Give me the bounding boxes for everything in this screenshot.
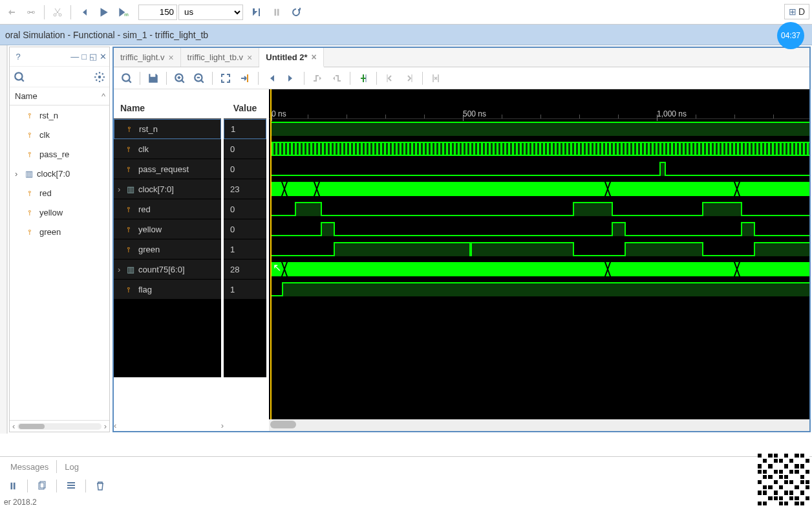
prev-marker-icon[interactable] (381, 69, 399, 87)
copy-icon[interactable] (33, 477, 51, 495)
step-button[interactable] (248, 3, 266, 21)
file-tabs: triffic_light.v× triffic_light_tb.v× Unt… (114, 48, 809, 67)
wave-scrollbar[interactable]: ‹› ‹ (114, 419, 809, 431)
close-icon[interactable]: ✕ (100, 52, 107, 61)
signal-row[interactable]: ⫯rst_n (114, 119, 221, 139)
help-icon[interactable]: ? (12, 51, 24, 63)
signal-row[interactable]: ›▥clock[7:0] (114, 179, 221, 199)
tab-log[interactable]: Log (58, 459, 85, 474)
delete-icon[interactable] (91, 477, 109, 495)
tab-file[interactable]: triffic_light.v× (114, 48, 181, 67)
value-cell: 1 (224, 239, 266, 260)
signal-row[interactable]: ⫯red (114, 199, 221, 219)
scope-item[interactable]: ⫯clk (10, 125, 109, 144)
swap-cursors-icon[interactable] (427, 69, 445, 87)
signal-row[interactable]: ⫯clk (114, 139, 221, 159)
signal-row[interactable]: ›▥count75[6:0] (114, 260, 221, 280)
tab-file[interactable]: triffic_light_tb.v× (181, 48, 260, 67)
float-icon[interactable]: ◱ (89, 52, 97, 61)
value-cell: 1 (224, 280, 266, 300)
waveform-canvas[interactable]: 0 ns 500 ns 1,000 ns ↖ (269, 89, 809, 419)
value-cell: 23 (224, 179, 266, 199)
scope-name-column[interactable]: Name ^ (10, 87, 109, 105)
run-time-input[interactable] (138, 5, 177, 20)
pause-icon[interactable] (4, 477, 22, 495)
goto-end-icon[interactable] (282, 69, 300, 87)
scope-item[interactable]: ⫯red (10, 183, 109, 203)
restart-button[interactable] (75, 3, 93, 21)
undo-button[interactable] (3, 3, 21, 21)
run-for-button[interactable]: m (114, 3, 132, 21)
main-toolbar: m us (0, 0, 812, 25)
svg-point-3 (122, 74, 129, 81)
tab-file[interactable]: Untitled 2*× (259, 48, 323, 67)
signal-name-column: Name ⫯rst_n ⫯clk ⫯pass_request ›▥clock[7… (114, 89, 224, 419)
value-cell: 0 (224, 159, 266, 179)
time-unit-select[interactable]: us (178, 5, 243, 20)
name-header[interactable]: Name (114, 89, 221, 119)
list-icon[interactable] (62, 477, 80, 495)
save-icon[interactable] (144, 69, 162, 87)
tab-close-icon[interactable]: × (312, 52, 317, 62)
signal-row[interactable]: ⫯green (114, 239, 221, 260)
relaunch-button[interactable] (287, 3, 305, 21)
qr-code (758, 454, 809, 505)
next-marker-icon[interactable] (400, 69, 418, 87)
search-icon[interactable] (14, 71, 25, 83)
value-cell: 0 (224, 219, 266, 239)
link-button[interactable] (22, 3, 40, 21)
zoom-in-icon[interactable] (171, 69, 189, 87)
value-header[interactable]: Value (224, 89, 266, 119)
next-transition-icon[interactable] (328, 69, 346, 87)
svg-text:m: m (124, 11, 129, 17)
svg-point-1 (15, 72, 22, 80)
timer-badge: 04:37 (777, 22, 804, 49)
add-marker-icon[interactable] (354, 69, 372, 87)
maximize-icon[interactable]: □ (81, 52, 87, 61)
version-label: er 2018.2 (0, 496, 41, 508)
tab-messages[interactable]: Messages (4, 459, 55, 474)
wave-toolbar (114, 67, 809, 89)
minimize-icon[interactable]: — (70, 52, 79, 61)
signal-row[interactable]: ⫯pass_request (114, 159, 221, 179)
value-cell: 28 (224, 260, 266, 280)
signal-row[interactable]: ⫯flag (114, 280, 221, 300)
tab-close-icon[interactable]: × (168, 52, 173, 63)
signal-row[interactable]: ⫯yellow (114, 219, 221, 239)
scope-item[interactable]: ⫯pass_re (10, 144, 109, 164)
title-bar: oral Simulation - Functional - sim_1 - t… (0, 25, 812, 45)
left-dock-edge[interactable] (0, 45, 8, 434)
window-title: oral Simulation - Functional - sim_1 - t… (5, 30, 208, 40)
cut-button[interactable] (48, 3, 67, 21)
settings-icon[interactable] (94, 71, 105, 83)
time-ruler[interactable]: 0 ns 500 ns 1,000 ns (269, 89, 809, 119)
scope-scrollbar[interactable]: ‹ › (10, 420, 109, 432)
prev-transition-icon[interactable] (308, 69, 326, 87)
scope-item[interactable]: ›▥clock[7:0 (10, 164, 109, 183)
scope-item[interactable]: ⫯green (10, 222, 109, 241)
search-icon[interactable] (118, 69, 136, 87)
signal-value-column: Value 1 0 0 23 0 0 1 28 1 (224, 89, 269, 419)
footer-panel: Messages Log (0, 456, 812, 495)
time-cursor[interactable] (270, 89, 272, 419)
scope-item[interactable]: ⫯rst_n (10, 105, 109, 125)
scope-tree: ⫯rst_n ⫯clk ⫯pass_re ›▥clock[7:0 ⫯red ⫯y… (10, 105, 109, 420)
run-button[interactable] (94, 3, 112, 21)
dock-button[interactable]: ⊞D (784, 4, 809, 19)
goto-start-icon[interactable] (262, 69, 281, 87)
scope-panel: ? — □ ◱ ✕ Name ^ ⫯rst_n ⫯clk ⫯pass_re ›▥… (9, 47, 110, 432)
svg-point-2 (98, 75, 102, 78)
tab-close-icon[interactable]: × (247, 52, 252, 63)
value-cell: 1 (224, 119, 266, 139)
pause-button[interactable] (268, 3, 286, 21)
value-cell: 0 (224, 199, 266, 219)
zoom-fit-icon[interactable] (217, 69, 235, 87)
value-cell: 0 (224, 139, 266, 159)
waveform-panel: triffic_light.v× triffic_light_tb.v× Unt… (112, 47, 811, 432)
scope-item[interactable]: ⫯yellow (10, 203, 109, 222)
goto-cursor-icon[interactable] (236, 69, 254, 87)
zoom-out-icon[interactable] (190, 69, 208, 87)
